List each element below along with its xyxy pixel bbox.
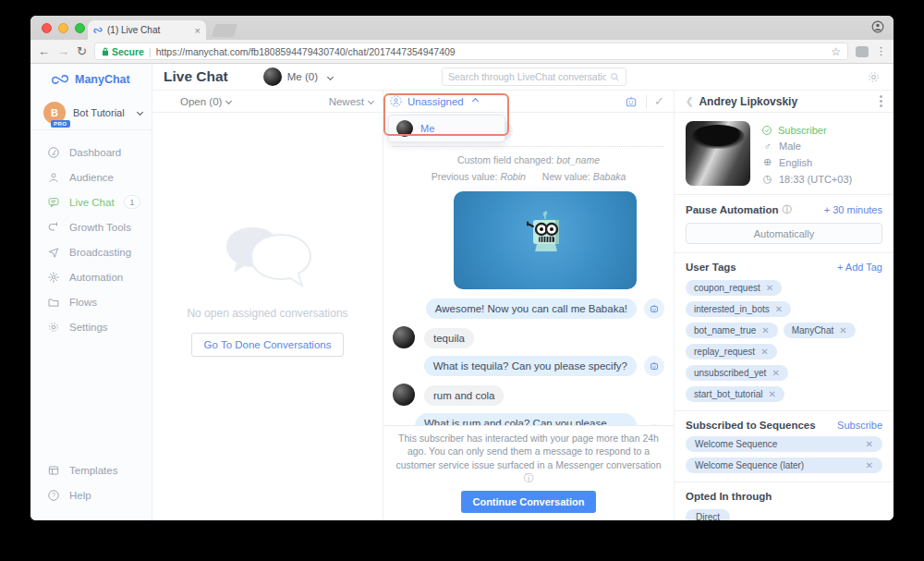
- bot-icon[interactable]: [624, 94, 638, 109]
- bot-badge: [644, 356, 664, 376]
- message-row: What is rum and cola? Can you please spe…: [393, 413, 664, 425]
- browser-tab[interactable]: (1) Live Chat ×: [88, 20, 206, 40]
- assign-filter-dropdown[interactable]: Unassigned: [389, 94, 478, 108]
- bot-message-bubble: Awesome! Now you can call me Babaka!: [426, 299, 637, 319]
- remove-tag-icon[interactable]: ✕: [775, 304, 783, 314]
- info-icon: ⓘ: [524, 472, 534, 483]
- extension-icon[interactable]: [856, 46, 869, 57]
- templates-icon: [47, 464, 60, 477]
- mark-done-icon[interactable]: ✓: [654, 94, 664, 108]
- remove-sequence-icon[interactable]: ✕: [866, 439, 873, 449]
- globe-icon: ⊕: [761, 156, 773, 168]
- assign-filter-dropdown-menu: Me: [388, 115, 505, 142]
- history-divider: [393, 146, 664, 147]
- bookmark-star-icon[interactable]: ☆: [831, 45, 841, 58]
- tag-pill[interactable]: start_bot_tutorial✕: [686, 386, 784, 402]
- tab-close-icon[interactable]: ×: [195, 25, 201, 36]
- live-chat-count-badge: 1: [124, 195, 140, 209]
- address-bar[interactable]: Secure | https://manychat.com/fb18085944…: [94, 43, 848, 60]
- remove-tag-icon[interactable]: ✕: [766, 283, 773, 293]
- remove-tag-icon[interactable]: ✕: [760, 347, 768, 357]
- sidebar-item-settings[interactable]: Settings: [30, 314, 152, 339]
- tag-pill[interactable]: ManyChat✕: [784, 323, 856, 338]
- workspace-switcher[interactable]: B PRO Bot Tutorial: [30, 95, 152, 130]
- help-icon: ?: [47, 489, 60, 502]
- pause-30-minutes-link[interactable]: + 30 minutes: [824, 204, 882, 215]
- assignee-selector[interactable]: Me (0): [263, 67, 333, 86]
- back-button[interactable]: ←: [38, 45, 50, 57]
- automation-icon: [47, 271, 60, 284]
- continue-conversation-button[interactable]: Continue Conversation: [461, 491, 595, 513]
- me-avatar: [263, 67, 282, 86]
- bot-badge: [644, 299, 664, 319]
- tag-pill[interactable]: coupon_request✕: [686, 280, 782, 296]
- livechat-settings-button[interactable]: [867, 70, 881, 84]
- subscriber-message-bubble: tequila: [424, 328, 474, 348]
- male-icon: ♂: [761, 140, 773, 152]
- message-row: tequila: [393, 326, 664, 348]
- opted-in-section: Opted In through Direct: [675, 482, 894, 520]
- sidebar-item-audience[interactable]: Audience: [30, 165, 152, 189]
- robot-image-attachment[interactable]: [454, 191, 637, 289]
- chevron-down-icon: [225, 97, 232, 104]
- conversation-list: Open (0) Newest No open assigned convers…: [152, 91, 383, 520]
- browser-profile-icon[interactable]: [871, 20, 884, 33]
- dropdown-option-me[interactable]: Me: [389, 116, 505, 141]
- subscriber-card: Subscriber ♂Male ⊕English ◷18:33 (UTC+03…: [675, 113, 894, 195]
- sidebar-item-broadcasting[interactable]: Broadcasting: [30, 239, 152, 264]
- forward-button[interactable]: →: [57, 45, 69, 57]
- assignee-label: Me (0): [287, 71, 318, 82]
- close-window-button[interactable]: [42, 23, 52, 33]
- empty-state: No open assigned conversations Go To Don…: [152, 113, 383, 520]
- brand[interactable]: ManyChat: [30, 64, 152, 95]
- sidebar-item-live-chat[interactable]: Live Chat 1: [30, 189, 152, 214]
- remove-tag-icon[interactable]: ✕: [761, 325, 769, 335]
- sequence-pill[interactable]: Welcome Sequence (later)✕: [686, 457, 882, 473]
- browser-toolbar: ← → ↻ Secure | https://manychat.com/fb18…: [30, 40, 894, 64]
- go-to-done-button[interactable]: Go To Done Conversations: [191, 333, 345, 357]
- subscriber-photo: [686, 121, 750, 186]
- pause-automation-section: Pause Automation ⓘ + 30 minutes Automati…: [675, 195, 894, 253]
- sidebar-item-flows[interactable]: Flows: [30, 289, 152, 314]
- chat-panel: Unassigned ✓: [383, 91, 675, 520]
- zoom-window-button[interactable]: [75, 23, 85, 33]
- collapse-panel-icon[interactable]: ❮: [686, 96, 693, 106]
- bot-message-bubble: What is rum and cola? Can you please spe…: [415, 413, 637, 425]
- sidebar-item-growth-tools[interactable]: Growth Tools: [30, 214, 152, 239]
- sort-dropdown[interactable]: Newest: [329, 96, 373, 107]
- workspace-name: Bot Tutorial: [73, 107, 126, 118]
- remove-sequence-icon[interactable]: ✕: [866, 460, 873, 470]
- new-tab-button[interactable]: [212, 24, 238, 37]
- tag-pill[interactable]: bot_name_true✕: [686, 323, 778, 338]
- sidebar-item-templates[interactable]: Templates: [30, 457, 152, 482]
- sidebar-item-dashboard[interactable]: Dashboard: [30, 140, 152, 165]
- subscriber-avatar: [393, 326, 415, 348]
- flows-icon: [47, 296, 60, 309]
- subscriber-message-bubble: rum and cola: [424, 385, 504, 406]
- tag-pill[interactable]: unsubscribed_yet✕: [686, 365, 788, 381]
- subscribe-link[interactable]: Subscribe: [837, 420, 882, 431]
- pause-automatically-button[interactable]: Automatically: [686, 223, 882, 244]
- browser-menu-icon[interactable]: ⋮: [876, 45, 886, 57]
- bot-message-bubble: What is tequila? Can you please specify?: [424, 356, 637, 376]
- add-tag-link[interactable]: + Add Tag: [837, 262, 882, 273]
- assignee-person-icon: [389, 94, 403, 108]
- remove-tag-icon[interactable]: ✕: [769, 389, 776, 399]
- clock-icon: ◷: [761, 173, 773, 185]
- open-filter-dropdown[interactable]: Open (0): [180, 96, 231, 107]
- reload-button[interactable]: ↻: [77, 45, 87, 57]
- search-input[interactable]: [448, 71, 606, 82]
- tag-pill[interactable]: interested_in_bots✕: [686, 301, 791, 317]
- minimize-window-button[interactable]: [58, 23, 68, 33]
- message-row: rum and cola: [393, 384, 664, 406]
- tab-favicon: [93, 26, 103, 35]
- remove-tag-icon[interactable]: ✕: [839, 325, 846, 335]
- sidebar-item-help[interactable]: ? Help: [30, 482, 152, 507]
- remove-tag-icon[interactable]: ✕: [772, 368, 779, 378]
- profile-menu-icon[interactable]: [876, 91, 886, 111]
- tag-pill[interactable]: replay_request✕: [686, 344, 777, 360]
- info-icon: ⓘ: [783, 203, 792, 216]
- sidebar-item-automation[interactable]: Automation: [30, 264, 152, 289]
- attribute-subscriber: Subscriber: [761, 125, 852, 136]
- sequence-pill[interactable]: Welcome Sequence✕: [686, 436, 882, 452]
